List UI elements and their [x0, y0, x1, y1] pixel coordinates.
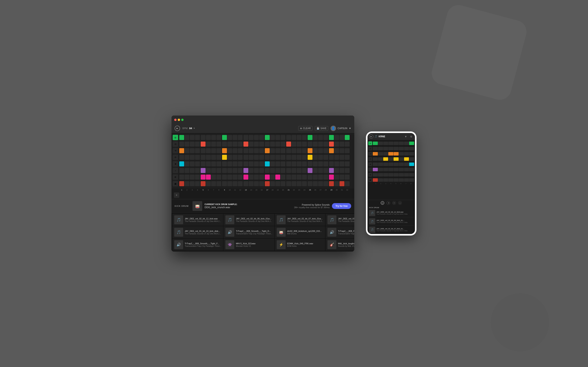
pad-1-19[interactable] [275, 135, 280, 140]
mobile-pad-3-8[interactable] [409, 152, 414, 156]
pad-4-9[interactable] [222, 155, 227, 160]
mobile-pad-5-4[interactable] [388, 163, 393, 166]
sample-item[interactable]: 🔊TrTrap2_-_808_Punch_-_Tight_D1...Transc… [326, 226, 354, 238]
mobile-pad-1-8[interactable] [409, 142, 414, 145]
add-row-button[interactable]: + [174, 192, 179, 198]
pad-6-16[interactable] [259, 168, 264, 173]
pad-2-5[interactable] [201, 142, 206, 147]
mobile-pad-5-8[interactable] [409, 163, 414, 166]
pad-7-3[interactable] [190, 175, 195, 180]
pad-6-6[interactable] [206, 168, 211, 173]
pad-1-24[interactable] [302, 135, 307, 140]
mobile-pad-5-1[interactable] [373, 163, 378, 166]
pad-7-26[interactable] [313, 175, 318, 180]
pad-8-26[interactable] [313, 181, 318, 186]
sample-item[interactable]: 🔊TrTrap2_-_808_Smooth_-_Tight_F...Transc… [172, 239, 223, 251]
pad-2-9[interactable] [222, 142, 227, 147]
pad-1-1[interactable] [179, 135, 184, 140]
pad-6-10[interactable] [227, 168, 232, 173]
pad-5-10[interactable] [227, 161, 232, 167]
mobile-pad-4-6[interactable] [399, 157, 404, 161]
pad-1-25[interactable] [308, 135, 312, 140]
pad-5-4[interactable] [195, 161, 200, 167]
pad-2-26[interactable] [313, 142, 318, 147]
mobile-pad-5-2[interactable] [378, 163, 383, 166]
pad-7-16[interactable] [259, 175, 264, 180]
pad-2-27[interactable] [318, 142, 323, 147]
pad-8-27[interactable] [318, 181, 323, 186]
pad-1-13[interactable] [243, 135, 248, 140]
pad-3-5[interactable] [201, 148, 206, 153]
pad-1-2[interactable] [184, 135, 189, 140]
mobile-play-transport[interactable]: ● [381, 201, 384, 205]
pad-8-30[interactable] [334, 181, 339, 186]
mobile-pad-5-5[interactable] [394, 163, 399, 166]
save-button[interactable]: 💾 SAVE [315, 126, 328, 131]
pad-6-32[interactable] [345, 168, 350, 173]
bpm-dropdown-icon[interactable]: ▼ [193, 127, 195, 129]
pad-3-26[interactable] [313, 148, 318, 153]
pad-2-30[interactable] [334, 142, 339, 147]
pad-5-30[interactable] [334, 161, 339, 167]
pad-8-3[interactable] [190, 181, 195, 186]
pad-4-10[interactable] [227, 155, 232, 160]
pad-6-29[interactable] [329, 168, 334, 173]
pad-8-21[interactable] [286, 181, 291, 186]
pad-3-29[interactable] [329, 148, 334, 153]
mobile-pad-6-6[interactable] [399, 168, 404, 171]
pad-4-30[interactable] [334, 155, 339, 160]
pad-2-3[interactable] [190, 142, 195, 147]
pad-2-29[interactable] [329, 142, 334, 147]
pad-7-2[interactable] [184, 175, 189, 180]
sample-item[interactable]: 🎵JAY_DEE_vol_02_kit_12_kick.wavThe Fanta… [172, 214, 223, 226]
pad-3-1[interactable] [179, 148, 184, 153]
mobile-pad-4-8[interactable] [409, 157, 414, 161]
pad-6-4[interactable] [195, 168, 200, 173]
pad-8-24[interactable] [302, 181, 307, 186]
pad-4-8[interactable] [216, 155, 221, 160]
pad-5-29[interactable] [329, 161, 334, 167]
pad-6-11[interactable] [233, 168, 237, 173]
pad-7-6[interactable] [206, 175, 211, 180]
pad-4-19[interactable] [275, 155, 280, 160]
pad-7-31[interactable] [339, 175, 344, 180]
pad-7-32[interactable] [345, 175, 350, 180]
mobile-row-icon-3[interactable]: ⟲ [368, 152, 372, 156]
pad-6-14[interactable] [249, 168, 254, 173]
pad-7-28[interactable] [323, 175, 328, 180]
pad-4-14[interactable] [249, 155, 254, 160]
bpm-value[interactable]: 84 [189, 127, 192, 130]
pad-7-13[interactable] [243, 175, 248, 180]
pad-5-8[interactable] [216, 161, 221, 167]
pad-4-5[interactable] [201, 155, 206, 160]
pad-8-6[interactable] [206, 181, 211, 186]
pad-5-1[interactable] [179, 161, 184, 167]
pad-3-16[interactable] [259, 148, 264, 153]
pad-3-20[interactable] [281, 148, 285, 153]
pad-4-27[interactable] [318, 155, 323, 160]
pad-8-1[interactable] [179, 181, 184, 186]
pad-6-19[interactable] [275, 168, 280, 173]
pad-5-5[interactable] [201, 161, 206, 167]
pad-3-27[interactable] [318, 148, 323, 153]
pad-7-12[interactable] [238, 175, 243, 180]
pad-3-13[interactable] [243, 148, 248, 153]
pad-5-26[interactable] [313, 161, 318, 167]
sample-item[interactable]: 🎵JAY_DEE_vol_01_kit_12_kick.wavThe Fanta… [326, 214, 354, 226]
pad-6-12[interactable] [238, 168, 243, 173]
pad-2-28[interactable] [323, 142, 328, 147]
mobile-pad-3-3[interactable] [383, 152, 388, 156]
pad-6-27[interactable] [318, 168, 323, 173]
pad-4-31[interactable] [339, 155, 344, 160]
mobile-pad-1-7[interactable] [404, 142, 409, 145]
mobile-sample-item[interactable]: 🎵JAY_DEE_vol_02_kit_07_kick_01...The Fan… [368, 226, 414, 234]
pad-4-21[interactable] [286, 155, 291, 160]
pad-7-20[interactable] [281, 175, 285, 180]
pad-8-11[interactable] [233, 181, 237, 186]
pad-2-12[interactable] [238, 142, 243, 147]
pad-8-15[interactable] [254, 181, 259, 186]
pad-4-7[interactable] [211, 155, 216, 160]
pad-4-15[interactable] [254, 155, 259, 160]
pad-7-1[interactable] [179, 175, 184, 180]
pad-5-32[interactable] [345, 161, 350, 167]
